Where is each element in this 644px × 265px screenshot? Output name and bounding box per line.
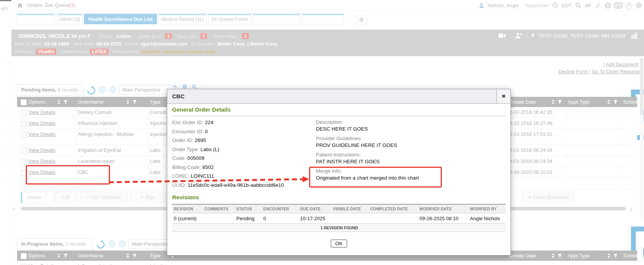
- column-ordername[interactable]: OrderName: [78, 97, 104, 107]
- avatar[interactable]: [636, 2, 642, 8]
- tab-admin[interactable]: Admin (3): [57, 14, 82, 24]
- chevron-up-icon[interactable]: [173, 84, 178, 89]
- tab-documents[interactable]: Documents (6): [253, 14, 300, 24]
- tab-medical-record[interactable]: Medical Record (11): [158, 14, 207, 24]
- help-icon[interactable]: ?: [626, 2, 632, 9]
- home-icon[interactable]: [17, 2, 23, 8]
- search-icon[interactable]: [192, 84, 197, 89]
- order-req-badge[interactable]: 1: [242, 33, 249, 39]
- filter-icon[interactable]: [132, 254, 137, 258]
- sort-icon[interactable]: [607, 253, 611, 258]
- column-create-date[interactable]: Create Date: [509, 251, 536, 261]
- tab-health-surveillance-due-list[interactable]: Health Surveillance:Due List: [84, 14, 157, 24]
- view-details-link[interactable]: View Details: [28, 147, 55, 153]
- medications-value[interactable]: losartan, naproxen sodium oral: [141, 49, 215, 54]
- column-options[interactable]: Options: [28, 251, 46, 261]
- allergy-badge[interactable]: Vicodin: [36, 49, 56, 55]
- row-checkbox[interactable]: [21, 159, 27, 165]
- popout-icon[interactable]: [291, 15, 295, 20]
- open-enc-badge[interactable]: 1: [165, 33, 172, 39]
- decline-form-link[interactable]: Decline Form: [558, 69, 587, 74]
- vertical-scrollbar-thumb[interactable]: [640, 58, 643, 115]
- add-document-link[interactable]: Add Document: [606, 62, 638, 67]
- row-checkbox[interactable]: [21, 121, 27, 127]
- bolt-icon[interactable]: [531, 32, 535, 39]
- refresh-icon[interactable]: [607, 223, 614, 230]
- ok-button[interactable]: OK: [331, 240, 347, 248]
- gear-icon[interactable]: [182, 84, 187, 89]
- scroll-left-icon[interactable]: ◂: [13, 207, 14, 211]
- column-options[interactable]: Options: [28, 97, 46, 107]
- gear-icon[interactable]: [619, 223, 626, 230]
- row-checkbox[interactable]: [21, 110, 27, 116]
- sort-icon[interactable]: [126, 99, 130, 104]
- filter-icon[interactable]: [558, 100, 562, 104]
- nav-back-icon[interactable]: ‹: [108, 240, 116, 248]
- scroll-right-icon[interactable]: ▸: [630, 207, 632, 211]
- view-details-link[interactable]: View Details: [28, 158, 55, 164]
- sort-icon[interactable]: [551, 253, 555, 258]
- select-all-checkbox[interactable]: [21, 253, 27, 259]
- row-checkbox[interactable]: [21, 148, 27, 154]
- column-type[interactable]: Type: [150, 251, 160, 261]
- nav-forward-icon[interactable]: ›: [118, 240, 126, 248]
- globe-icon[interactable]: [605, 2, 611, 9]
- link-icon[interactable]: [585, 2, 591, 9]
- sort-icon[interactable]: [551, 99, 555, 104]
- due-list-badge[interactable]: 7: [200, 33, 207, 39]
- popout-icon[interactable]: [44, 15, 49, 20]
- chevron-down-icon[interactable]: [631, 87, 638, 94]
- intolerance-badge[interactable]: LATEX: [90, 49, 108, 55]
- nav-forward-icon[interactable]: ›: [109, 86, 116, 93]
- vertical-scrollbar-track[interactable]: [640, 57, 644, 220]
- add-technical-button[interactable]: + Add Technical: [80, 192, 127, 203]
- filter-icon[interactable]: [63, 100, 68, 104]
- edit-button[interactable]: Edit: [54, 192, 77, 203]
- nav-doc-queue[interactable]: Doc Queue: [45, 0, 70, 11]
- filter-icon[interactable]: [613, 254, 618, 258]
- filter-icon[interactable]: [132, 100, 137, 104]
- tab-documents-dv[interactable]: Documents-DV: [302, 14, 344, 24]
- person-add-icon[interactable]: [515, 32, 523, 39]
- refresh-icon[interactable]: [607, 86, 614, 93]
- select-all-checkbox[interactable]: [21, 99, 27, 105]
- clock-icon[interactable]: [552, 2, 558, 8]
- filter-icon[interactable]: [558, 254, 562, 258]
- sign-button[interactable]: ✔ Sign: [130, 192, 165, 203]
- column-create-date[interactable]: Create Date: [509, 97, 536, 107]
- show-questions-button[interactable]: ➜ Show Questions: [522, 192, 574, 203]
- row-checkbox[interactable]: [21, 132, 27, 138]
- chart-icon[interactable]: [631, 32, 638, 39]
- column-type[interactable]: Type: [150, 97, 160, 107]
- column-ordername[interactable]: OrderName: [78, 251, 104, 261]
- view-details-link[interactable]: View Details: [28, 120, 55, 126]
- popout-icon[interactable]: [337, 15, 342, 20]
- new-document-icon[interactable]: [594, 86, 600, 93]
- nav-back-icon[interactable]: ‹: [99, 86, 106, 93]
- close-icon[interactable]: ✖: [496, 89, 510, 103]
- go-to-order-requests-link[interactable]: Go To Order Requests: [592, 69, 641, 74]
- sort-icon[interactable]: [607, 99, 611, 104]
- user-name[interactable]: Nichols, Angie: [488, 3, 519, 8]
- filter-icon[interactable]: [613, 100, 618, 104]
- video-camera-icon[interactable]: [498, 33, 506, 38]
- view-details-link[interactable]: View Details: [28, 109, 55, 115]
- column-appt-type[interactable]: Appt Type: [568, 251, 590, 261]
- new-document-icon[interactable]: [594, 223, 600, 230]
- tab-summary[interactable]: Summary: [17, 14, 55, 24]
- sort-icon[interactable]: [57, 99, 61, 104]
- sort-icon[interactable]: [57, 253, 61, 258]
- column-appt-type[interactable]: Appt Type: [568, 97, 590, 107]
- sort-icon[interactable]: [126, 253, 130, 258]
- filter-icon[interactable]: [63, 254, 68, 258]
- chevron-down-icon[interactable]: [631, 224, 638, 231]
- view-details-link[interactable]: View Details: [28, 263, 55, 265]
- search-icon[interactable]: [575, 2, 581, 9]
- gear-icon[interactable]: [619, 86, 626, 93]
- keyboard-icon[interactable]: [614, 3, 622, 8]
- tab-on-screen-forms[interactable]: On Screen Forms: [208, 14, 251, 24]
- nav-orders[interactable]: Orders: [27, 0, 42, 11]
- wand-icon[interactable]: [595, 2, 601, 9]
- tab-settings-button[interactable]: [357, 15, 367, 24]
- column-schedule[interactable]: Schedule: [623, 251, 644, 261]
